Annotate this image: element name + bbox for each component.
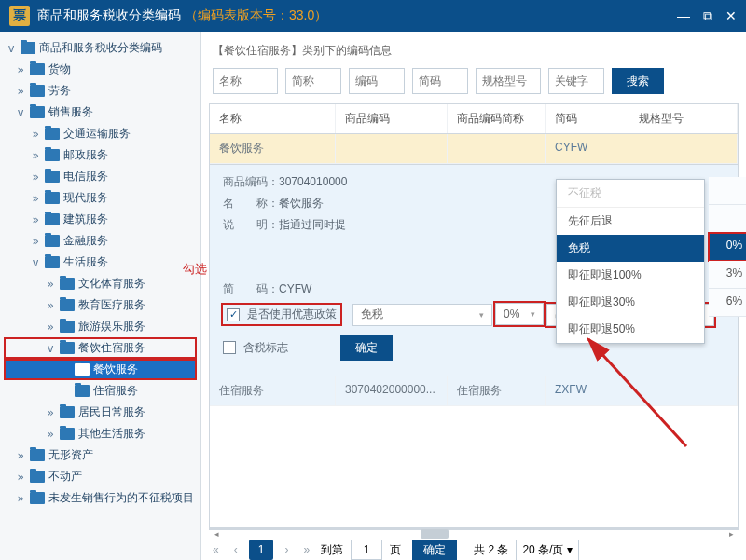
twisty-icon: v <box>6 42 17 55</box>
tax-row[interactable]: 正常税率 <box>709 205 746 233</box>
confirm-button[interactable]: 确定 <box>340 335 393 361</box>
tree-label: 餐饮住宿服务 <box>78 340 145 356</box>
tree-node[interactable]: »居民日常服务 <box>4 402 197 423</box>
dropdown-item[interactable]: 即征即退50% <box>557 316 704 343</box>
folder-icon <box>45 235 60 247</box>
app-title: 商品和服务税收分类编码 <box>37 7 181 24</box>
pager-first[interactable]: « <box>209 543 223 556</box>
pager-last[interactable]: » <box>299 543 313 556</box>
tax-pct: 0% <box>709 233 746 261</box>
name-value: 餐饮服务 <box>279 197 324 210</box>
pager-next[interactable]: › <box>281 543 292 556</box>
cell-short: 住宿服务 <box>448 376 546 405</box>
tree-node[interactable]: »旅游娱乐服务 <box>4 316 197 337</box>
tax-flag-checkbox[interactable] <box>223 341 236 354</box>
folder-icon <box>60 406 75 418</box>
minimize-icon[interactable]: — <box>677 8 690 24</box>
tree-node[interactable]: v商品和服务税收分类编码 <box>4 37 197 59</box>
table-row[interactable]: 餐饮服务 CYFW <box>210 134 738 164</box>
pager-perpage[interactable]: 20 条/页▾ <box>516 540 579 561</box>
pager-current[interactable]: 1 <box>249 540 274 560</box>
search-abbr[interactable] <box>412 68 468 94</box>
tree-label: 建筑服务 <box>63 212 108 227</box>
search-shortname[interactable] <box>285 68 341 94</box>
tree-node[interactable]: »货物 <box>4 59 197 80</box>
col-abbr[interactable]: 简码 <box>546 104 629 133</box>
col-short[interactable]: 商品编码简称 <box>448 104 546 133</box>
tree-node[interactable]: v生活服务 <box>4 252 197 273</box>
search-name[interactable] <box>213 68 278 94</box>
tree-node[interactable]: »未发生销售行为的不征税项目 <box>4 487 197 509</box>
folder-icon <box>30 492 45 504</box>
dropdown-item[interactable]: 先征后退 <box>557 208 704 235</box>
tree-node[interactable]: »劳务 <box>4 80 197 102</box>
table-row[interactable]: 住宿服务 3070402000000... 住宿服务 ZXFW <box>210 376 738 406</box>
caret-icon: ▾ <box>531 309 535 319</box>
search-code[interactable] <box>349 68 405 94</box>
scroll-right-icon[interactable]: ▸ <box>725 528 738 540</box>
dropdown-item[interactable]: 不征税 <box>557 180 704 208</box>
search-keyword[interactable] <box>548 68 604 94</box>
col-code[interactable]: 商品编码 <box>336 104 448 133</box>
scroll-left-icon[interactable]: ◂ <box>210 528 223 540</box>
tree-node[interactable]: »无形资产 <box>4 444 197 466</box>
tax-flag-label: 含税标志 <box>243 340 288 356</box>
tree-node[interactable]: 住宿服务 <box>4 380 197 402</box>
close-icon[interactable]: ✕ <box>725 8 737 24</box>
tree-node[interactable]: »电信服务 <box>4 166 197 187</box>
scroll-thumb[interactable] <box>421 529 449 539</box>
twisty-icon: » <box>30 235 41 248</box>
folder-icon <box>21 42 35 54</box>
tree-label: 现代服务 <box>63 190 108 206</box>
cell-spec <box>629 134 738 163</box>
folder-icon <box>45 171 60 183</box>
tree-node[interactable]: »文化体育服务 <box>4 273 197 294</box>
preference-dropdown[interactable]: 不征税 先征后退 免税 即征即退100% 即征即退30% 即征即退50% <box>556 179 705 344</box>
tree-node[interactable]: »教育医疗服务 <box>4 294 197 316</box>
use-preference-checkbox[interactable] <box>227 308 240 321</box>
pager-prev[interactable]: ‹ <box>230 543 242 556</box>
col-name[interactable]: 名称 <box>210 104 336 133</box>
tree-node[interactable]: v销售服务 <box>4 102 197 123</box>
tree-node[interactable]: »现代服务 <box>4 187 197 209</box>
tree-node[interactable]: »其他生活服务 <box>4 423 197 444</box>
tax-row[interactable]: 0%出口免税和其它免税优惠政策 <box>709 233 746 261</box>
preference-select[interactable]: 免税▾ <box>352 304 492 326</box>
folder-icon <box>30 449 45 461</box>
tax-row[interactable]: 免税类型 <box>709 177 746 205</box>
tree-node[interactable]: »交通运输服务 <box>4 123 197 144</box>
restore-icon[interactable]: ⧉ <box>703 8 712 24</box>
tree-node[interactable]: 餐饮服务 <box>4 359 197 380</box>
panel-title: 【餐饮住宿服务】类别下的编码信息 <box>209 41 739 68</box>
dropdown-item[interactable]: 免税 <box>557 235 704 262</box>
version-label: （编码表版本号：33.0） <box>185 7 327 24</box>
dropdown-item[interactable]: 即征即退30% <box>557 289 704 316</box>
tax-row[interactable]: 3%不征增值税 <box>709 261 746 289</box>
dropdown-item[interactable]: 即征即退100% <box>557 262 704 289</box>
tree-node[interactable]: »邮政服务 <box>4 144 197 166</box>
horizontal-scrollbar[interactable]: ◂ ▸ <box>209 528 739 529</box>
search-spec[interactable] <box>476 68 541 94</box>
pager-goto-input[interactable] <box>351 540 382 560</box>
desc-label: 说 明： <box>223 218 279 231</box>
col-spec[interactable]: 规格型号 <box>629 104 738 133</box>
pager-confirm[interactable]: 确定 <box>412 540 457 561</box>
search-button[interactable]: 搜索 <box>612 68 664 94</box>
pager-goto-label: 到第 <box>321 542 343 558</box>
folder-icon <box>60 428 75 440</box>
folder-icon <box>30 471 45 483</box>
use-preference-row: 是否使用优惠政策 <box>223 305 340 324</box>
cell-spec <box>629 376 738 405</box>
tree-node[interactable]: v餐饮住宿服务 <box>4 337 197 359</box>
tree-node[interactable]: »建筑服务 <box>4 209 197 230</box>
data-grid-lower: 住宿服务 3070402000000... 住宿服务 ZXFW <box>209 376 739 528</box>
desc-value: 指通过同时提 <box>279 218 346 231</box>
tax-row[interactable]: 6%普通零税率 <box>709 289 746 317</box>
tree-node[interactable]: »金融服务 <box>4 230 197 252</box>
folder-icon <box>60 342 75 354</box>
tax-rate-select[interactable]: 0%▾ <box>495 303 544 325</box>
twisty-icon: » <box>30 213 41 226</box>
twisty-icon: » <box>45 406 56 419</box>
tree-sidebar[interactable]: v商品和服务税收分类编码»货物»劳务v销售服务»交通运输服务»邮政服务»电信服务… <box>0 32 201 560</box>
tree-node[interactable]: »不动产 <box>4 466 197 487</box>
